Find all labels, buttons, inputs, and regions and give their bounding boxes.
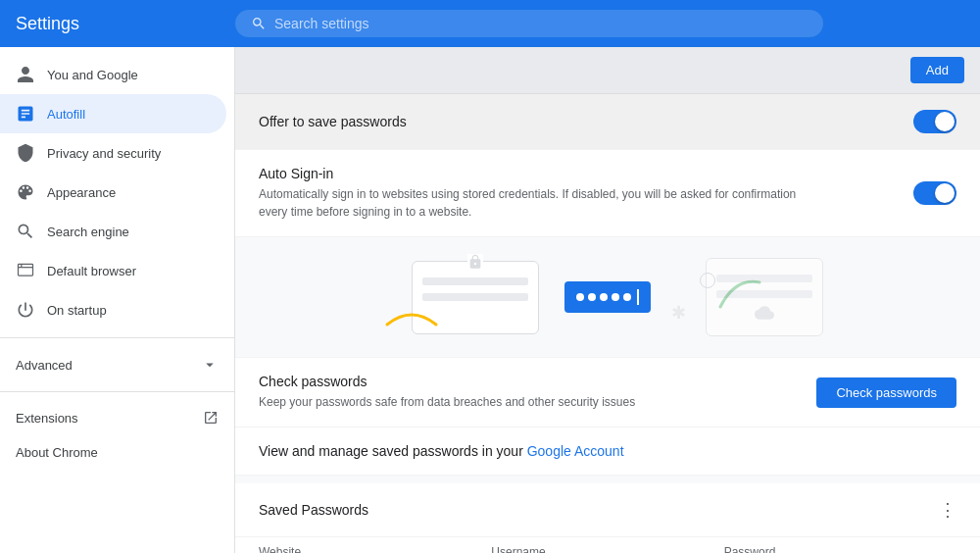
auto-signin-toggle[interactable] <box>913 181 956 205</box>
sidebar-item-about-chrome[interactable]: About Chrome <box>0 435 234 470</box>
content-area: Add Offer to save passwords Auto Sign-in… <box>235 47 980 553</box>
power-icon <box>16 300 35 320</box>
top-strip-button[interactable]: Add <box>910 57 964 83</box>
sidebar-item-you-and-google[interactable]: You and Google <box>0 55 226 94</box>
person-icon <box>16 65 35 84</box>
auto-signin-desc: Automatically sign in to websites using … <box>259 185 798 221</box>
sidebar-item-label-appearance: Appearance <box>47 185 116 200</box>
main-layout: You and Google Autofill Privacy and secu… <box>0 47 980 553</box>
sidebar-item-privacy-security[interactable]: Privacy and security <box>0 133 226 173</box>
sidebar-item-label-you-and-google: You and Google <box>47 68 138 82</box>
google-account-link[interactable]: Google Account <box>527 443 624 459</box>
app-header: Settings <box>0 0 980 47</box>
top-strip: Add <box>235 47 980 94</box>
extensions-label: Extensions <box>16 411 78 426</box>
sidebar-item-default-browser[interactable]: Default browser <box>0 251 226 290</box>
google-account-link-row: View and manage saved passwords in your … <box>235 427 980 476</box>
sidebar-item-search-engine[interactable]: Search engine <box>0 212 226 251</box>
sidebar-item-label-default-browser: Default browser <box>47 264 136 278</box>
offer-save-passwords-title: Offer to save passwords <box>259 114 913 129</box>
app-title: Settings <box>16 14 212 34</box>
sidebar-divider <box>0 337 234 338</box>
sidebar-item-label-search-engine: Search engine <box>47 225 129 239</box>
check-passwords-button[interactable]: Check passwords <box>816 377 956 408</box>
search-engine-icon <box>16 222 35 241</box>
check-passwords-row: Check passwords Keep your passwords safe… <box>235 358 980 427</box>
passwords-table-header: Website Username Password <box>235 537 980 553</box>
check-passwords-desc: Keep your passwords safe from data breac… <box>259 393 798 411</box>
auto-signin-row: Auto Sign-in Automatically sign in to we… <box>235 150 980 237</box>
svg-rect-0 <box>19 264 33 276</box>
saved-passwords-header: Saved Passwords ⋮ <box>235 483 980 537</box>
asterisk-decoration: ✱ <box>671 302 686 324</box>
external-link-icon <box>203 410 219 426</box>
offer-save-toggle-thumb <box>935 112 955 131</box>
sidebar-item-extensions[interactable]: Extensions <box>0 400 234 435</box>
offer-save-toggle[interactable] <box>913 110 956 133</box>
col-header-username: Username <box>491 545 723 553</box>
search-input[interactable] <box>274 16 808 31</box>
sidebar-item-label-privacy: Privacy and security <box>47 146 161 161</box>
smile-decoration <box>382 300 441 329</box>
check-passwords-title: Check passwords <box>259 374 801 389</box>
circle-decoration <box>700 273 715 288</box>
palette-icon <box>16 182 35 202</box>
search-bar[interactable] <box>235 10 823 37</box>
autofill-icon <box>16 104 35 124</box>
auto-signin-toggle-track[interactable] <box>913 181 956 205</box>
about-chrome-label: About Chrome <box>16 445 98 460</box>
illustration-container: ✱ <box>333 253 882 341</box>
password-field-illustration <box>564 281 651 313</box>
search-icon <box>251 16 267 31</box>
sidebar-item-on-startup[interactable]: On startup <box>0 290 226 329</box>
advanced-label: Advanced <box>16 358 193 373</box>
col-header-password: Password <box>724 545 956 553</box>
sidebar-item-label-autofill: Autofill <box>47 107 85 122</box>
sidebar-item-appearance[interactable]: Appearance <box>0 173 226 212</box>
shield-icon <box>16 143 35 163</box>
auto-signin-title: Auto Sign-in <box>259 166 913 181</box>
sidebar-item-autofill[interactable]: Autofill <box>0 94 226 133</box>
more-options-icon[interactable]: ⋮ <box>939 499 956 521</box>
password-illustration: ✱ <box>235 237 980 358</box>
saved-passwords-title: Saved Passwords <box>259 502 368 518</box>
browser-icon <box>16 261 35 280</box>
offer-save-toggle-track[interactable] <box>913 110 956 133</box>
auto-signin-toggle-thumb <box>935 183 955 203</box>
google-account-text: View and manage saved passwords in your <box>259 443 527 459</box>
sidebar-section-advanced[interactable]: Advanced <box>0 346 234 383</box>
offer-save-passwords-row: Offer to save passwords <box>235 94 980 150</box>
sidebar: You and Google Autofill Privacy and secu… <box>0 47 235 553</box>
chevron-down-icon <box>201 356 219 374</box>
sidebar-item-label-on-startup: On startup <box>47 303 107 318</box>
sidebar-divider-2 <box>0 391 234 392</box>
col-header-website: Website <box>259 545 491 553</box>
